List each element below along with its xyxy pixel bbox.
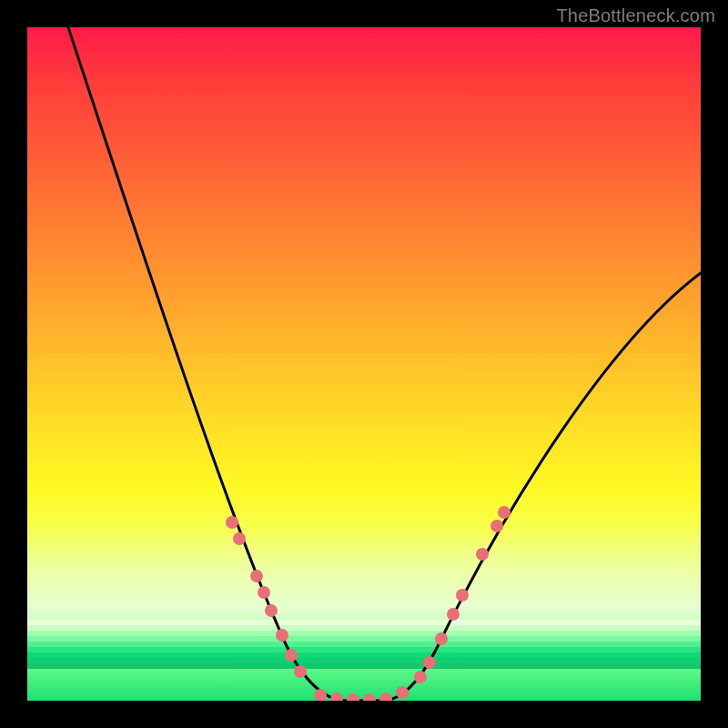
marker-dot: [423, 656, 436, 669]
plot-area: [27, 27, 701, 701]
marker-dot: [447, 608, 460, 621]
marker-dot: [265, 604, 278, 617]
marker-dot: [435, 632, 448, 645]
marker-dot: [294, 665, 307, 678]
marker-dot: [258, 586, 270, 599]
marker-dot: [330, 693, 343, 701]
bottleneck-curve: [68, 27, 701, 701]
marker-dot: [396, 686, 409, 699]
marker-dot: [379, 693, 392, 701]
marker-dot: [226, 516, 238, 529]
marker-dot: [276, 629, 288, 642]
marker-dot: [490, 520, 503, 532]
marker-dot: [456, 589, 469, 602]
watermark-text: TheBottleneck.com: [556, 5, 715, 26]
marker-dot: [414, 671, 427, 683]
marker-dot: [363, 693, 376, 701]
marker-dot: [285, 649, 298, 662]
marker-dot: [498, 506, 511, 519]
marker-dot: [250, 570, 263, 582]
marker-dot: [476, 548, 489, 561]
chart-frame: TheBottleneck.com: [0, 0, 728, 728]
marker-dot: [233, 532, 246, 545]
marker-dot: [347, 693, 359, 701]
curve-layer: [27, 27, 701, 701]
marker-dot: [314, 689, 327, 701]
